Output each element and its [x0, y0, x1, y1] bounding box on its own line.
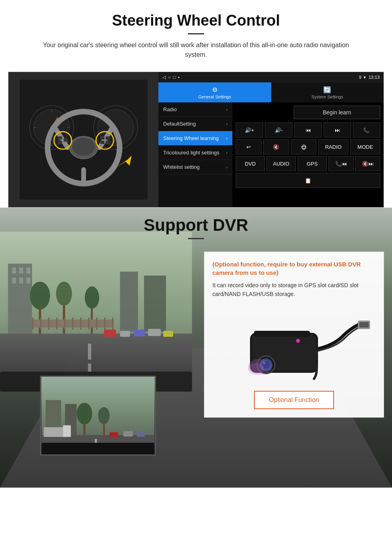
back-icon: ◁: [162, 75, 166, 80]
svg-rect-84: [254, 331, 310, 337]
svg-point-69: [77, 403, 92, 424]
tab-general-label: General Settings: [198, 94, 231, 99]
svg-rect-30: [12, 268, 16, 274]
svg-rect-32: [26, 268, 30, 274]
svg-rect-76: [110, 432, 118, 438]
svg-rect-45: [32, 318, 34, 330]
tab-system-label: System Settings: [312, 94, 343, 99]
control-row-1: 🔊+ 🔊- ⏮ ⏭ 📞: [236, 122, 380, 138]
svg-rect-91: [359, 322, 369, 328]
svg-rect-47: [48, 318, 50, 330]
svg-point-40: [56, 282, 72, 306]
optional-function-button[interactable]: Optional Function: [254, 391, 334, 409]
tab-general-settings[interactable]: ⚙ General Settings: [158, 82, 271, 102]
dvd-button[interactable]: DVD: [236, 156, 265, 171]
menu-item-steering-wheel[interactable]: Steering Wheel learning ›: [158, 131, 232, 146]
chevron-icon: ›: [226, 150, 228, 156]
dvr-section: Support DVR (Optional function, require …: [0, 208, 392, 488]
svg-point-71: [98, 407, 110, 424]
svg-rect-29: [8, 264, 32, 336]
vol-down-button[interactable]: 🔊-: [265, 122, 292, 138]
general-settings-icon: ⚙: [212, 86, 218, 94]
clock: 13:13: [368, 75, 380, 80]
recents-icon: □: [173, 75, 176, 80]
radio-button[interactable]: RADIO: [318, 139, 348, 154]
steering-photo: + -: [8, 72, 158, 207]
dashcam-thumb-svg: [41, 377, 155, 454]
svg-point-93: [248, 363, 264, 375]
chevron-icon: ›: [226, 107, 228, 112]
svg-rect-35: [26, 278, 30, 284]
control-row-3: DVD AUDIO GPS 📞⏮ 🔇⏭: [236, 156, 380, 171]
svg-point-89: [296, 339, 300, 343]
menu-icon: ▪: [178, 75, 180, 80]
chevron-icon: ›: [226, 164, 228, 170]
phone-prev-button[interactable]: 📞⏮: [328, 156, 354, 171]
system-settings-icon: 🔄: [323, 86, 331, 94]
signal-icon: 9: [359, 75, 361, 80]
audio-button[interactable]: AUDIO: [266, 156, 296, 171]
mute-next-button[interactable]: 🔇⏭: [355, 156, 380, 171]
camera-svg: [218, 305, 370, 385]
svg-rect-62: [134, 330, 145, 336]
android-statusbar: ◁ ○ □ ▪ 9 ▾ 13:13: [158, 72, 384, 82]
svg-rect-55: [112, 318, 114, 330]
tab-system-settings[interactable]: 🔄 System Settings: [271, 82, 384, 102]
mute-button[interactable]: 🔇: [263, 139, 289, 154]
svg-rect-31: [19, 268, 23, 274]
menu-steering-label: Steering Wheel learning: [163, 135, 219, 141]
hangup-button[interactable]: ↩: [236, 139, 262, 154]
statusbar-right-icons: 9 ▾ 13:13: [359, 75, 380, 80]
chevron-icon: ›: [226, 136, 228, 141]
wifi-icon: ▾: [364, 75, 366, 80]
next-track-button[interactable]: ⏭: [324, 122, 351, 138]
button-grid: Begin learn 🔊+ 🔊- ⏮ ⏭ 📞 ↩ 🔇 ⏻: [232, 102, 384, 207]
svg-rect-49: [64, 318, 66, 330]
phone-button[interactable]: 📞: [353, 122, 380, 138]
dvr-camera-illustration: [212, 305, 376, 385]
svg-rect-52: [88, 318, 90, 330]
begin-learn-button[interactable]: Begin learn: [294, 106, 380, 119]
gps-button[interactable]: GPS: [298, 156, 327, 171]
svg-rect-26: [106, 141, 110, 144]
menu-item-whitelist[interactable]: Whitelist setting ›: [158, 160, 232, 174]
steering-wheel-svg: + -: [20, 80, 148, 200]
svg-rect-25: [100, 141, 104, 144]
mode-button[interactable]: MODE: [350, 139, 380, 154]
svg-rect-77: [123, 431, 133, 437]
svg-rect-60: [104, 330, 116, 337]
control-row-2: ↩ 🔇 ⏻ RADIO MODE: [236, 139, 380, 154]
dvr-info-card: (Optional function, require to buy exter…: [204, 252, 384, 418]
dashcam-thumb-inner: [41, 377, 155, 454]
svg-rect-63: [148, 329, 161, 336]
steering-section: Steering Wheel Control Your original car…: [0, 0, 392, 208]
svg-rect-57: [88, 344, 91, 360]
menu-default-label: DefaultSetting: [163, 121, 196, 127]
section1-description: Your original car's steering wheel contr…: [32, 40, 360, 60]
svg-point-42: [85, 286, 99, 309]
android-content: Radio › DefaultSetting › Steering Wheel …: [158, 102, 384, 207]
svg-rect-61: [120, 331, 130, 337]
android-tabs: ⚙ General Settings 🔄 System Settings: [158, 82, 384, 102]
vol-up-button[interactable]: 🔊+: [236, 122, 263, 138]
menu-whitelist-label: Whitelist setting: [163, 164, 200, 170]
menu-item-radio[interactable]: Radio ›: [158, 102, 232, 117]
dvr-divider: [188, 238, 204, 239]
power-button[interactable]: ⏻: [291, 139, 317, 154]
svg-rect-23: [100, 136, 104, 140]
svg-rect-24: [106, 136, 110, 140]
svg-rect-78: [137, 432, 144, 437]
dvr-title: Support DVR: [0, 216, 392, 235]
menu-tricoloured-label: Tricoloured light settings: [163, 150, 219, 156]
section1-header: Steering Wheel Control Your original car…: [0, 0, 392, 64]
dvr-section-title: Support DVR: [0, 216, 392, 239]
svg-rect-48: [56, 318, 58, 330]
dvr-scene-svg: [0, 232, 192, 392]
svg-rect-33: [12, 278, 16, 284]
android-ui: ◁ ○ □ ▪ 9 ▾ 13:13 ⚙ General Settings: [158, 72, 384, 207]
menu-item-tricoloured[interactable]: Tricoloured light settings ›: [158, 146, 232, 160]
extra-button[interactable]: 📋: [236, 173, 380, 188]
prev-track-button[interactable]: ⏮: [294, 122, 322, 138]
menu-item-defaultsetting[interactable]: DefaultSetting ›: [158, 117, 232, 131]
menu-radio-label: Radio: [163, 106, 177, 112]
